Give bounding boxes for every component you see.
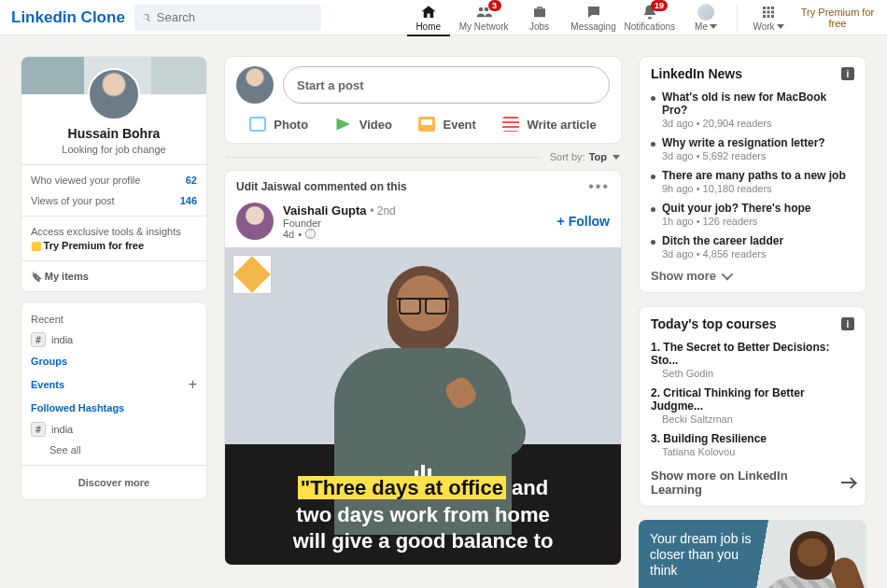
feed-sort[interactable]: Sort by: Top (226, 151, 620, 162)
course-item[interactable]: 1. The Secret to Better Decisions: Sto..… (651, 337, 854, 383)
chevron-down-icon (777, 24, 784, 29)
side-events-label: Events (31, 379, 64, 390)
share-avatar[interactable] (236, 66, 274, 104)
course-author: Becki Saltzman (651, 413, 854, 425)
post-image[interactable]: "Three days at office and two days work … (225, 247, 621, 565)
avatar-icon (697, 4, 714, 21)
info-icon[interactable]: i (841, 67, 854, 80)
nav-premium-link[interactable]: Try Premium for free (795, 0, 880, 35)
sort-label: Sort by: (550, 151, 585, 162)
news-item[interactable]: There are many paths to a new job9h ago … (651, 165, 854, 198)
post-views-value: 146 (180, 195, 197, 206)
post-views-link[interactable]: Views of your post 146 (21, 195, 206, 216)
nav-items: Home 3 My Network Jobs Messaging 19 Noti… (401, 0, 880, 35)
nav-messaging-label: Messaging (570, 21, 615, 32)
news-item-title: Ditch the career ladder (662, 234, 854, 247)
nav-notif-badge: 19 (651, 0, 668, 11)
share-photo-button[interactable]: Photo (242, 111, 316, 137)
side-groups-link[interactable]: Groups (31, 351, 197, 371)
share-article-button[interactable]: Write article (495, 111, 603, 137)
news-item[interactable]: What's old is new for MacBook Pro?3d ago… (651, 87, 854, 133)
news-title: LinkedIn News (651, 66, 742, 81)
profile-views-label: Who viewed your profile (31, 175, 140, 186)
chevron-down-icon (710, 24, 717, 29)
profile-tagline: Looking for job change (21, 144, 206, 155)
profile-card: Hussain Bohra Looking for job change Who… (21, 56, 207, 292)
nav-me[interactable]: Me (679, 0, 733, 35)
post-views-label: Views of your post (31, 195, 115, 206)
course-item[interactable]: 3. Building ResilienceTatiana Kolovou (651, 428, 854, 461)
search-input[interactable] (157, 10, 314, 24)
share-video-label: Video (359, 118, 392, 132)
post-author-headline: Founder (283, 217, 396, 229)
profile-views-value: 62 (186, 175, 197, 186)
profile-views-link[interactable]: Who viewed your profile 62 (21, 164, 206, 195)
post-author-avatar[interactable] (236, 203, 274, 240)
recent-hashtag-india[interactable]: india (31, 329, 197, 351)
courses-show-more[interactable]: Show more on LinkedIn Learning (651, 461, 854, 497)
follow-button[interactable]: + Follow (557, 214, 610, 229)
courses-title: Today's top courses (651, 316, 777, 331)
side-followed-link[interactable]: Followed Hashtags (31, 398, 197, 418)
post-author-name[interactable]: Vaishali Gupta • 2nd (283, 203, 396, 217)
course-item[interactable]: 2. Critical Thinking for Better Judgme..… (651, 383, 854, 428)
nav-network[interactable]: 3 My Network (456, 0, 513, 35)
info-icon[interactable]: i (841, 317, 854, 330)
nav-messaging[interactable]: Messaging (567, 0, 621, 35)
post-author-degree: • 2nd (370, 204, 396, 217)
nav-home-label: Home (415, 21, 441, 32)
course-author: Tatiana Kolovou (651, 446, 854, 457)
share-box: Start a post Photo Video Event Write art… (224, 56, 622, 144)
plus-icon[interactable]: + (189, 376, 197, 393)
discover-more-button[interactable]: Discover more (21, 465, 206, 499)
news-item[interactable]: Ditch the career ladder3d ago • 4,856 re… (651, 231, 854, 263)
nav-notif-label: Notifications (625, 21, 675, 32)
share-event-button[interactable]: Event (411, 111, 483, 137)
news-item-meta: 3d ago • 5,692 readers (662, 150, 854, 161)
brand-logo[interactable]: Linkedin Clone (11, 8, 125, 27)
share-video-button[interactable]: Video (328, 111, 400, 137)
premium-upsell[interactable]: Access exclusive tools & insights Try Pr… (21, 216, 206, 260)
arrow-right-icon (841, 482, 854, 483)
share-article-label: Write article (527, 118, 596, 132)
chevron-down-icon (722, 269, 734, 281)
profile-name[interactable]: Hussain Bohra (21, 126, 206, 141)
promo-illustration (758, 531, 861, 588)
start-post-button[interactable]: Start a post (283, 66, 610, 104)
news-item[interactable]: Quit your job? There's hope1h ago • 126 … (651, 198, 854, 231)
news-item-title: What's old is new for MacBook Pro? (662, 91, 854, 117)
side-events-link[interactable]: Events + (31, 371, 197, 398)
side-recent-header: Recent (31, 314, 197, 325)
news-item-title: Why write a resignation letter? (662, 136, 854, 149)
course-title: 3. Building Resilience (651, 432, 854, 445)
nav-work[interactable]: Work (741, 0, 795, 35)
news-item-meta: 9h ago • 10,180 readers (662, 183, 854, 194)
my-items-link[interactable]: My items (21, 260, 206, 291)
news-item-meta: 3d ago • 4,856 readers (662, 248, 854, 259)
news-card: LinkedIn News i What's old is new for Ma… (639, 56, 866, 293)
nav-me-label: Me (695, 21, 717, 32)
followed-hashtag-india[interactable]: india (31, 418, 197, 441)
news-show-more[interactable]: Show more (651, 263, 854, 283)
share-photo-label: Photo (274, 118, 308, 132)
promo-card[interactable]: Your dream job is closer than you think … (639, 520, 866, 588)
search-icon (142, 11, 151, 24)
news-item-title: Quit your job? There's hope (662, 202, 854, 215)
course-title: 1. The Secret to Better Decisions: Sto..… (651, 341, 854, 367)
event-icon (418, 117, 435, 132)
nav-home[interactable]: Home (401, 0, 456, 35)
article-icon (502, 117, 519, 132)
profile-avatar[interactable] (88, 68, 140, 120)
share-event-label: Event (443, 118, 475, 132)
nav-network-label: My Network (459, 21, 509, 32)
nav-jobs-label: Jobs (529, 21, 549, 32)
side-see-all[interactable]: See all (31, 441, 197, 457)
search-box[interactable] (134, 5, 321, 31)
post-more-button[interactable]: ••• (588, 178, 610, 195)
news-item[interactable]: Why write a resignation letter?3d ago • … (651, 133, 854, 165)
nav-jobs[interactable]: Jobs (513, 0, 567, 35)
top-nav: Linkedin Clone Home 3 My Network Jobs Me… (0, 0, 887, 35)
nav-work-label: Work (753, 21, 783, 32)
nav-notifications[interactable]: 19 Notifications (621, 0, 679, 35)
post-context[interactable]: Udit Jaiswal commented on this (236, 180, 407, 193)
